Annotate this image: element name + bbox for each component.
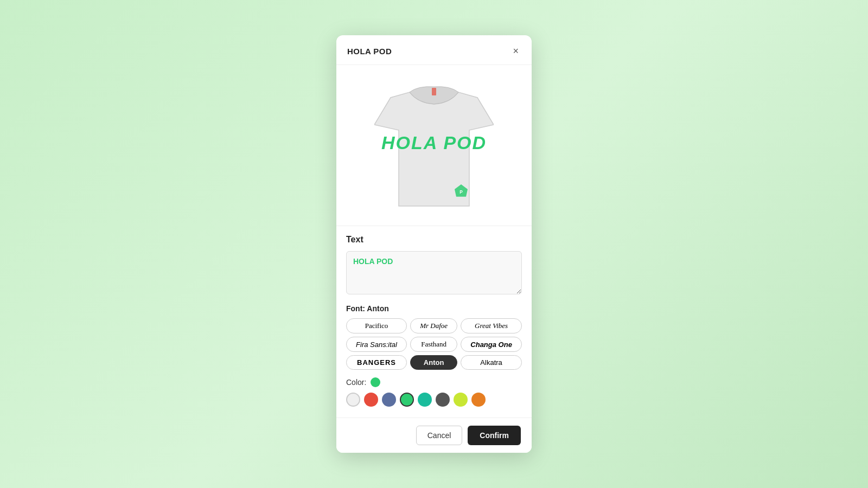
modal-title: HOLA POD (347, 47, 392, 56)
color-swatch-yellow-green[interactable] (454, 393, 468, 407)
font-chip-great-vibes[interactable]: Great Vibes (461, 318, 522, 333)
text-input[interactable]: HOLA POD (346, 251, 522, 294)
text-section-title: Text (346, 235, 522, 245)
font-grid: Pacifico Mr Dafoe Great Vibes Fira Sans:… (346, 318, 522, 370)
svg-rect-0 (432, 88, 436, 95)
text-section: Text HOLA POD (346, 235, 522, 297)
font-chip-fira-sans[interactable]: Fira Sans:ital (346, 337, 407, 352)
modal-overlay: HOLA POD × (0, 0, 868, 488)
svg-text:HOLA POD: HOLA POD (381, 132, 487, 153)
color-swatch-cyan[interactable] (418, 393, 432, 407)
cancel-button[interactable]: Cancel (416, 426, 463, 445)
color-swatch-red[interactable] (364, 393, 378, 407)
color-swatches (346, 393, 522, 407)
section-panel: Text HOLA POD Font: Anton Pacifico Mr Da… (336, 226, 532, 418)
color-label: Color: (346, 377, 522, 387)
font-chip-mr-dafoe[interactable]: Mr Dafoe (410, 318, 457, 333)
confirm-button[interactable]: Confirm (468, 426, 521, 445)
font-chip-pacifico[interactable]: Pacifico (346, 318, 407, 333)
modal-dialog: HOLA POD × (336, 35, 532, 453)
font-selected-name: Anton (367, 304, 388, 313)
color-swatch-orange[interactable] (471, 393, 486, 407)
selected-color-dot (371, 377, 380, 387)
color-swatch-dark[interactable] (436, 393, 450, 407)
tshirt-preview: HOLA POD P (336, 65, 532, 226)
color-swatch-dark-blue[interactable] (382, 393, 396, 407)
color-swatch-green[interactable] (400, 393, 414, 407)
modal-footer: Cancel Confirm (336, 418, 532, 453)
font-chip-fasthand[interactable]: Fasthand (410, 337, 457, 352)
modal-body: HOLA POD P Text (336, 65, 532, 418)
font-section: Font: Anton Pacifico Mr Dafoe Great Vibe… (346, 304, 522, 370)
font-chip-bangers[interactable]: BANGERS (346, 355, 407, 370)
svg-text:P: P (459, 189, 463, 195)
font-chip-alkatra[interactable]: Alkatra (461, 355, 522, 370)
font-chip-anton[interactable]: Anton (410, 355, 457, 370)
tshirt-image: HOLA POD P (374, 76, 494, 217)
modal-header: HOLA POD × (336, 35, 532, 65)
font-label: Font: Anton (346, 304, 522, 313)
close-button[interactable]: × (510, 45, 521, 57)
font-chip-changa-one[interactable]: Changa One (461, 337, 522, 352)
color-swatch-white[interactable] (346, 393, 360, 407)
color-section: Color: (346, 377, 522, 407)
